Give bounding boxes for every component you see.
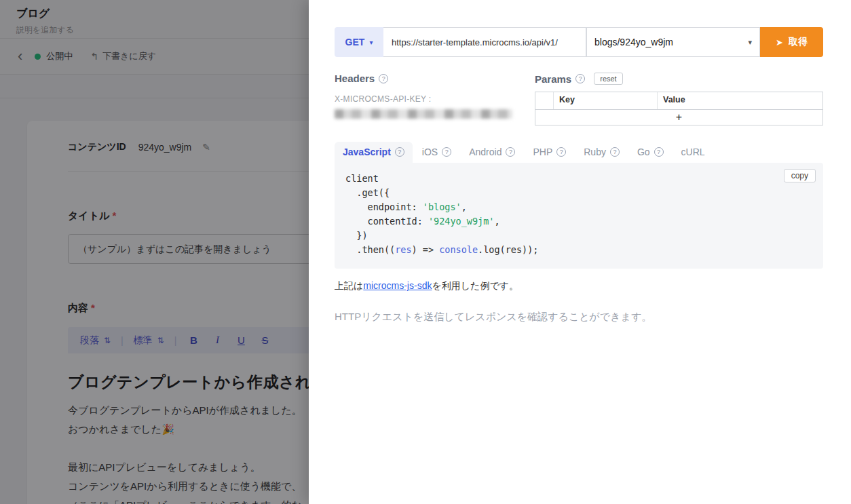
send-icon: ➤ bbox=[776, 38, 783, 47]
tab-label: JavaScript bbox=[343, 147, 391, 157]
code-line: endpoint: 'blogs', bbox=[345, 200, 812, 214]
code-line: contentId: '924yo_w9jm', bbox=[345, 214, 812, 229]
help-icon[interactable]: ? bbox=[395, 147, 404, 157]
params-key-header: Key bbox=[554, 92, 658, 109]
help-icon[interactable]: ? bbox=[556, 147, 566, 157]
params-value-header: Value bbox=[658, 92, 822, 109]
code-line: client bbox=[345, 172, 812, 186]
endpoint-select[interactable]: blogs/924yo_w9jm ▾ bbox=[586, 27, 760, 57]
params-table-header: Key Value bbox=[535, 92, 822, 109]
help-icon[interactable]: ? bbox=[506, 147, 515, 157]
chevron-down-icon: ▾ bbox=[748, 38, 752, 47]
help-icon[interactable]: ? bbox=[379, 74, 388, 83]
sdk-link[interactable]: microcms-js-sdk bbox=[363, 280, 432, 291]
tab-php[interactable]: PHP? bbox=[525, 142, 574, 163]
endpoint-value: blogs/924yo_w9jm bbox=[594, 37, 673, 47]
code-language-tabs: JavaScript?iOS?Android?PHP?Ruby?Go?cURL bbox=[335, 142, 823, 163]
api-preview-panel: GET ▾ https://starter-template.microcms.… bbox=[309, 0, 851, 504]
sdk-note: 上記はmicrocms-js-sdkを利用した例です。 bbox=[335, 280, 823, 292]
code-line: .then((res) => console.log(res)); bbox=[345, 243, 812, 257]
tab-label: iOS bbox=[422, 147, 438, 157]
tab-label: PHP bbox=[533, 147, 552, 157]
params-title: Params ? reset bbox=[535, 73, 823, 85]
tab-ios[interactable]: iOS? bbox=[414, 142, 459, 163]
tab-android[interactable]: Android? bbox=[461, 142, 523, 163]
reset-button[interactable]: reset bbox=[594, 73, 622, 85]
api-key-masked-value bbox=[335, 109, 512, 119]
code-block: copy client .get({ endpoint: 'blogs', co… bbox=[335, 163, 823, 269]
code-line: }) bbox=[345, 229, 812, 243]
tab-label: Android bbox=[469, 147, 502, 157]
tab-javascript[interactable]: JavaScript? bbox=[335, 142, 413, 163]
screen: ブログ 説明を追加する ‹ 公開中 ↰ 下書きに戻す コンテンツID 924yo… bbox=[0, 0, 851, 504]
help-icon[interactable]: ? bbox=[442, 147, 451, 157]
params-table: Key Value + bbox=[535, 92, 823, 125]
panel-description: HTTPリクエストを送信してレスポンスを確認することができます。 bbox=[335, 311, 823, 324]
fetch-label: 取得 bbox=[789, 36, 808, 48]
chevron-down-icon: ▾ bbox=[369, 39, 373, 46]
tab-label: Go bbox=[637, 147, 650, 157]
http-method-select[interactable]: GET ▾ bbox=[335, 27, 383, 57]
base-url-input[interactable]: https://starter-template.microcms.io/api… bbox=[383, 27, 586, 57]
add-param-button[interactable]: + bbox=[535, 109, 822, 125]
tab-label: Ruby bbox=[584, 147, 606, 157]
tab-label: cURL bbox=[681, 147, 705, 157]
tab-go[interactable]: Go? bbox=[629, 142, 672, 163]
method-label: GET bbox=[345, 37, 365, 47]
code-line: .get({ bbox=[345, 186, 812, 200]
headers-section: Headers ? X-MICROCMS-API-KEY : bbox=[335, 73, 535, 125]
params-checkbox-column bbox=[535, 92, 554, 109]
copy-button[interactable]: copy bbox=[784, 169, 816, 182]
params-section: Params ? reset Key Value + bbox=[535, 73, 823, 125]
tab-ruby[interactable]: Ruby? bbox=[575, 142, 628, 163]
help-icon[interactable]: ? bbox=[654, 147, 664, 157]
tab-curl[interactable]: cURL bbox=[673, 142, 713, 163]
headers-title: Headers ? bbox=[335, 73, 535, 84]
code-lines: client .get({ endpoint: 'blogs', content… bbox=[345, 172, 812, 257]
help-icon[interactable]: ? bbox=[610, 147, 620, 157]
help-icon[interactable]: ? bbox=[575, 74, 585, 83]
headers-params-row: Headers ? X-MICROCMS-API-KEY : Params ? … bbox=[335, 73, 823, 125]
api-key-label: X-MICROCMS-API-KEY : bbox=[335, 94, 535, 104]
request-bar: GET ▾ https://starter-template.microcms.… bbox=[335, 27, 823, 57]
fetch-button[interactable]: ➤ 取得 bbox=[760, 27, 823, 57]
